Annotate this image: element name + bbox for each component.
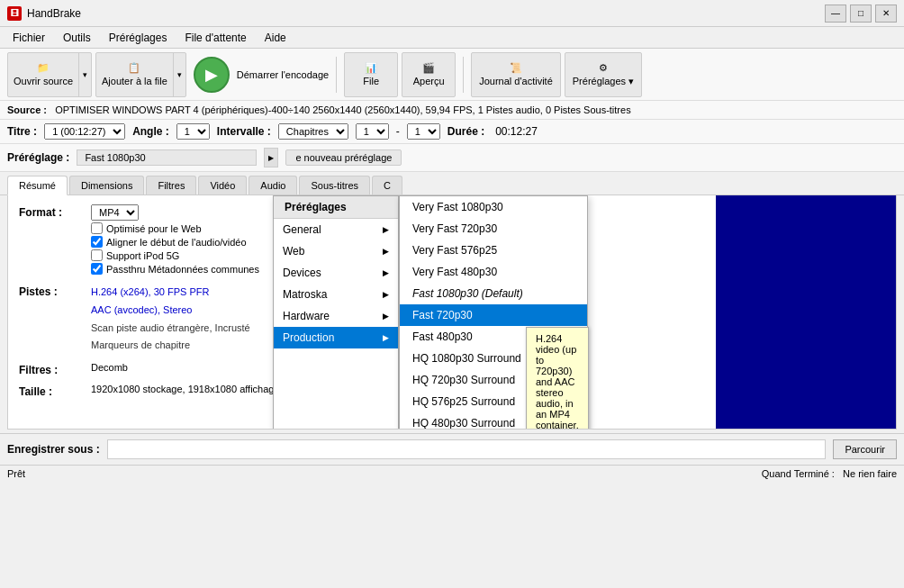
checkbox-ipod-label: Support iPod 5G	[106, 250, 179, 261]
presets-panel: Préréglages General ▶ Web ▶ Devices ▶ Ma…	[273, 195, 399, 430]
intervalle-label: Intervalle :	[217, 125, 271, 138]
angle-select[interactable]: 1	[176, 123, 210, 140]
start-encode-button[interactable]: ▶	[194, 57, 230, 93]
when-done-label: Quand Terminé :	[762, 468, 835, 479]
menu-fichier[interactable]: Fichier	[4, 30, 54, 46]
filtres-label: Filtres :	[19, 362, 91, 376]
source-bar: Source : OPTIMISER WINDOWS PART 4 (périp…	[0, 101, 904, 120]
sub-item-1[interactable]: Very Fast 720p30	[400, 218, 587, 240]
checkbox-ipod-input[interactable]	[91, 249, 103, 261]
save-input[interactable]	[107, 439, 827, 459]
menu-arrow-devices: ▶	[383, 268, 389, 277]
add-queue-arrow[interactable]: ▾	[174, 53, 185, 96]
preset-value[interactable]: Fast 1080p30	[77, 149, 257, 166]
menu-aide[interactable]: Aide	[256, 30, 295, 46]
titre-select[interactable]: 1 (00:12:27)	[44, 123, 125, 140]
checkbox-align-label: Aligner le début de l'audio/vidéo	[106, 237, 247, 248]
file-label: File	[363, 76, 379, 86]
duree-value: 00:12:27	[495, 125, 538, 138]
status-bar: Prêt Quand Terminé : Ne rien faire	[0, 465, 904, 482]
checkbox-align-input[interactable]	[91, 236, 103, 248]
menu-arrow-matroska: ▶	[383, 290, 389, 299]
menu-item-web[interactable]: Web ▶	[274, 240, 398, 262]
presets-icon: ⚙	[599, 62, 608, 74]
menu-item-general[interactable]: General ▶	[274, 219, 398, 240]
toolbar: 📁 Ouvrir source ▾ 📋 Ajouter à la file ▾ …	[0, 49, 904, 101]
menu-arrow-web: ▶	[383, 247, 389, 256]
sub-item-0[interactable]: Very Fast 1080p30	[400, 196, 587, 218]
file-btn[interactable]: 📊 File	[344, 52, 398, 97]
presets-panel-header: Préréglages	[274, 196, 398, 219]
intervalle-to-select[interactable]: 1	[407, 123, 440, 140]
preset-row: Préréglage : Fast 1080p30 ▶ e nouveau pr…	[0, 144, 904, 172]
tab-filtres[interactable]: Filtres	[146, 176, 196, 194]
sub-item-4[interactable]: Fast 1080p30 (Default)	[400, 283, 587, 304]
checkbox-web-input[interactable]	[91, 222, 103, 234]
menu-prereglages[interactable]: Préréglages	[100, 30, 176, 46]
open-source-btn[interactable]: 📁 Ouvrir source ▾	[7, 52, 92, 97]
pistes-label: Pistes :	[19, 284, 91, 298]
file-icon: 📊	[365, 62, 377, 74]
open-source-arrow[interactable]: ▾	[79, 53, 91, 96]
sub-item-2[interactable]: Very Fast 576p25	[400, 240, 587, 261]
menu-item-devices[interactable]: Devices ▶	[274, 262, 398, 284]
when-done-value: Ne rien faire	[843, 468, 897, 479]
sub-menu-panel: Very Fast 1080p30 Very Fast 720p30 Very …	[399, 195, 588, 430]
activity-label: Journal d'activité	[479, 76, 553, 86]
tab-video[interactable]: Vidéo	[198, 176, 247, 194]
tab-resume[interactable]: Résumé	[7, 176, 68, 195]
sub-item-5[interactable]: Fast 720p30	[400, 304, 587, 326]
toolbar-separator-2	[463, 57, 464, 93]
preview-icon: 🎬	[422, 62, 435, 74]
presets-dropdown: Préréglages General ▶ Web ▶ Devices ▶ Ma…	[273, 195, 588, 430]
source-value: OPTIMISER WINDOWS PART 4 (périphériques)…	[55, 104, 630, 115]
open-source-icon: 📁	[37, 62, 50, 74]
save-label: Enregistrer sous :	[7, 443, 100, 456]
parcourir-button[interactable]: Parcourir	[833, 439, 897, 459]
start-icon: ▶	[205, 65, 218, 85]
menu-item-hardware[interactable]: Hardware ▶	[274, 305, 398, 327]
menu-item-matroska[interactable]: Matroska ▶	[274, 284, 398, 305]
taille-label: Taille :	[19, 384, 91, 398]
duree-label: Durée :	[447, 125, 484, 138]
menu-arrow-production: ▶	[383, 333, 389, 342]
tab-sous-titres[interactable]: Sous-titres	[299, 176, 370, 194]
main-content: Format : MP4 Optimisé pour le Web Aligne…	[7, 195, 897, 430]
app-title: HandBrake	[27, 7, 825, 20]
activity-log-btn[interactable]: 📜 Journal d'activité	[471, 52, 561, 97]
tab-audio[interactable]: Audio	[249, 176, 297, 194]
menu-outils[interactable]: Outils	[54, 30, 100, 46]
intervalle-from-select[interactable]: 1	[356, 123, 389, 140]
tab-other[interactable]: C	[372, 176, 402, 194]
tab-dimensions[interactable]: Dimensions	[69, 176, 144, 194]
close-button[interactable]: ✕	[875, 5, 897, 23]
checkbox-web-label: Optimisé pour le Web	[106, 223, 202, 234]
start-encode-label: Démarrer l'encodage	[237, 69, 329, 80]
sub-item-3[interactable]: Very Fast 480p30	[400, 261, 587, 283]
tooltip: H.264 video (up to 720p30) and AAC stere…	[526, 327, 589, 430]
format-select[interactable]: MP4	[91, 204, 139, 221]
menu-file-attente[interactable]: File d'attente	[176, 30, 255, 46]
new-preset-button[interactable]: e nouveau préréglage	[285, 149, 402, 166]
titre-label: Titre :	[7, 125, 37, 138]
source-label: Source :	[7, 104, 47, 115]
title-row: Titre : 1 (00:12:27) Angle : 1 Intervall…	[0, 120, 904, 144]
presets-label: Préréglages ▾	[573, 76, 634, 87]
menu-item-production[interactable]: Production ▶	[274, 327, 398, 348]
maximize-button[interactable]: □	[850, 5, 872, 23]
window-controls: — □ ✕	[825, 5, 897, 23]
preset-arrow[interactable]: ▶	[264, 148, 278, 167]
format-label: Format :	[19, 204, 91, 219]
intervalle-type-select[interactable]: Chapitres	[278, 123, 348, 140]
title-bar: 🎞 HandBrake — □ ✕	[0, 0, 904, 27]
menu-arrow-hardware: ▶	[383, 312, 389, 321]
save-bar: Enregistrer sous : Parcourir	[0, 433, 904, 465]
presets-btn[interactable]: ⚙ Préréglages ▾	[565, 52, 642, 97]
preset-label: Préréglage :	[7, 151, 69, 164]
open-source-label: Ouvrir source	[14, 76, 73, 86]
toolbar-separator-1	[336, 57, 337, 93]
preview-btn[interactable]: 🎬 Aperçu	[402, 52, 456, 97]
checkbox-passthru-input[interactable]	[91, 263, 103, 275]
minimize-button[interactable]: —	[825, 5, 846, 23]
add-to-queue-btn[interactable]: 📋 Ajouter à la file ▾	[95, 52, 186, 97]
